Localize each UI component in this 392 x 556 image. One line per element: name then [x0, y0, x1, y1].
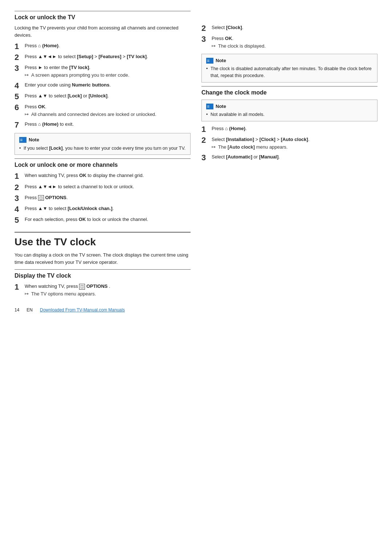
step-dc-3-substep: The clock is displayed.: [212, 43, 377, 50]
note-box-not-available: Note Not available in all models.: [201, 100, 377, 121]
home-icon-7: ⌂: [38, 121, 41, 128]
section-intro-lock-tv: Locking the TV prevents your child from …: [15, 24, 191, 39]
step-number-lc-2: 2: [15, 183, 25, 192]
step-number-cc-1: 1: [201, 125, 212, 134]
options-icon-2: ◫: [79, 284, 85, 289]
step-dc-1-substep: The TV options menu appears.: [25, 290, 191, 298]
step-content-cc-3: Select [Automatic] or [Manual].: [212, 153, 377, 161]
page-number: 14: [15, 307, 19, 313]
step-2-lock-channels: 2 Press ▲▼◄► to select a channel to lock…: [15, 183, 191, 192]
step-content-lc-2: Press ▲▼◄► to select a channel to lock o…: [25, 183, 191, 191]
step-3-lock-tv: 3 Press ► to enter the [TV lock]. A scre…: [15, 64, 191, 79]
section-intro-clock: You can display a clock on the TV screen…: [15, 251, 191, 266]
step-content-dc-3: Press OK. The clock is displayed.: [212, 35, 377, 50]
step-5-lock-tv: 5 Press ▲▼ to select [Lock] or [Unlock].: [15, 92, 191, 101]
note-icon-not-available: [206, 104, 213, 109]
step-1-change-clock: 1 Press ⌂ (Home).: [201, 125, 377, 134]
page-content: Lock or unlock the TV Locking the TV pre…: [15, 11, 377, 300]
step-content-lc-3: Press ◫ OPTIONS.: [25, 194, 191, 202]
section-divider-change-clock: [201, 86, 377, 86]
note-header-not-available: Note: [206, 103, 373, 110]
step-content-dc-2: Select [Clock].: [212, 24, 377, 32]
step-7-lock-tv: 7 Press ⌂ (Home) to exit.: [15, 121, 191, 129]
step-content-lc-1: When watching TV, press OK to display th…: [25, 172, 191, 180]
section-divider-2: [15, 158, 191, 159]
left-column: Lock or unlock the TV Locking the TV pre…: [15, 11, 191, 300]
step-content-dc-1: When watching TV, press ◫ OPTIONS . The …: [25, 283, 191, 298]
step-content-lc-4: Press ▲▼ to select [Lock/Unlock chan.].: [25, 205, 191, 213]
step-2-change-clock: 2 Select [Installation] > [Clock] > [Aut…: [201, 136, 377, 151]
step-number-1: 1: [15, 42, 25, 51]
step-1-lock-channels: 1 When watching TV, press OK to display …: [15, 172, 191, 181]
note-box-lock-tv: Note If you select [Lock], you have to e…: [15, 133, 191, 155]
options-icon-1: ◫: [38, 195, 44, 201]
step-content-cc-2: Select [Installation] > [Clock] > [Auto …: [212, 136, 377, 151]
step-6-lock-tv: 6 Press OK. All channels and connected d…: [15, 103, 191, 118]
page-lang: EN: [26, 307, 33, 313]
section-title-lock-tv: Lock or unlock the TV: [15, 14, 191, 21]
note-box-clock: Note The clock is disabled automatically…: [201, 54, 377, 82]
section-title-change-clock: Change the clock mode: [201, 89, 377, 96]
step-content-6: Press OK. All channels and connected dev…: [25, 103, 191, 118]
step-cc-2-substep: The [Auto clock] menu appears.: [212, 144, 377, 151]
step-number-7: 7: [15, 121, 25, 129]
step-6-substep: All channels and connected devices are l…: [25, 111, 191, 118]
step-number-lc-5: 5: [15, 216, 25, 225]
step-content-1: Press ⌂ (Home).: [25, 42, 191, 50]
step-1-lock-tv: 1 Press ⌂ (Home).: [15, 42, 191, 51]
home-icon-1: ⌂: [38, 42, 41, 50]
note-bullet-not-available: Not available in all models.: [206, 111, 373, 118]
step-3-substep: A screen appears prompting you to enter …: [25, 72, 191, 79]
step-3-change-clock: 3 Select [Automatic] or [Manual].: [201, 153, 377, 162]
footer-link[interactable]: Downloaded From TV-Manual.com Manuals: [40, 307, 125, 313]
step-content-5: Press ▲▼ to select [Lock] or [Unlock].: [25, 92, 191, 100]
note-bullet-1: If you select [Lock], you have to enter …: [19, 145, 186, 152]
big-section-title-clock: Use the TV clock: [15, 232, 191, 248]
page-footer: 14 EN Downloaded From TV-Manual.com Manu…: [15, 307, 377, 313]
step-number-dc-3: 3: [201, 35, 212, 44]
right-column: 2 Select [Clock]. 3 Press OK. The clock …: [201, 11, 377, 300]
step-number-2: 2: [15, 53, 25, 62]
step-content-7: Press ⌂ (Home) to exit.: [25, 121, 191, 128]
step-3-display-clock: 3 Press OK. The clock is displayed.: [201, 35, 377, 50]
note-bullet-clock: The clock is disabled automatically afte…: [206, 65, 373, 79]
note-header-1: Note: [19, 136, 186, 144]
step-number-5: 5: [15, 92, 25, 101]
note-icon-1: [19, 137, 26, 143]
step-content-4: Enter your code using Numeric buttons.: [25, 81, 191, 89]
step-number-cc-2: 2: [201, 136, 212, 145]
step-1-display-clock: 1 When watching TV, press ◫ OPTIONS . Th…: [15, 283, 191, 298]
note-header-clock: Note: [206, 57, 373, 64]
note-icon-clock: [206, 58, 213, 64]
subsection-title-display-clock: Display the TV clock: [15, 273, 191, 279]
step-number-lc-1: 1: [15, 172, 25, 181]
step-content-2: Press ▲▼◄► to select [Setup] > [Features…: [25, 53, 191, 61]
step-3-lock-channels: 3 Press ◫ OPTIONS.: [15, 194, 191, 203]
step-content-3: Press ► to enter the [TV lock]. A screen…: [25, 64, 191, 79]
step-4-lock-tv: 4 Enter your code using Numeric buttons.: [15, 81, 191, 90]
section-divider-3: [15, 269, 191, 270]
note-label-not-available: Note: [216, 103, 226, 110]
step-number-4: 4: [15, 81, 25, 90]
step-number-3: 3: [15, 64, 25, 73]
section-title-lock-channels: Lock or unlock one or more channels: [15, 162, 191, 168]
step-number-cc-3: 3: [201, 153, 212, 162]
step-number-dc-2: 2: [201, 24, 212, 33]
step-number-lc-4: 4: [15, 205, 25, 214]
home-icon-cc-1: ⌂: [225, 125, 228, 133]
step-content-cc-1: Press ⌂ (Home).: [212, 125, 377, 133]
step-2-lock-tv: 2 Press ▲▼◄► to select [Setup] > [Featur…: [15, 53, 191, 62]
step-content-lc-5: For each selection, press OK to lock or …: [25, 216, 191, 223]
step-2-display-clock: 2 Select [Clock].: [201, 24, 377, 33]
section-divider-1: [15, 11, 191, 11]
step-5-lock-channels: 5 For each selection, press OK to lock o…: [15, 216, 191, 225]
step-number-dc-1: 1: [15, 283, 25, 291]
note-label-clock: Note: [216, 57, 226, 64]
step-number-6: 6: [15, 103, 25, 112]
step-4-lock-channels: 4 Press ▲▼ to select [Lock/Unlock chan.]…: [15, 205, 191, 214]
step-number-lc-3: 3: [15, 194, 25, 203]
note-label-1: Note: [29, 136, 39, 144]
